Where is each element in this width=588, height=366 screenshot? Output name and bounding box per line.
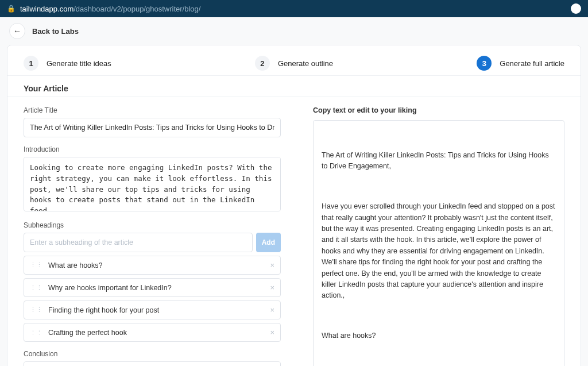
- section-title: Your Article: [7, 76, 581, 97]
- drag-handle-icon[interactable]: ⋮⋮: [30, 261, 42, 269]
- step-2-number: 2: [255, 56, 270, 71]
- article-title-label: Article Title: [24, 106, 281, 114]
- step-3-label: Generate full article: [500, 59, 564, 68]
- back-label[interactable]: Back to Labs: [32, 27, 79, 36]
- preview-paragraph: The Art of Writing Killer LinkedIn Posts…: [322, 150, 556, 172]
- close-icon[interactable]: ×: [270, 306, 274, 314]
- preview-column: Copy text or edit to your liking The Art…: [313, 106, 564, 366]
- back-row: ← Back to Labs: [0, 17, 588, 45]
- wizard-steps: 1 Generate title ideas 2 Generate outlin…: [7, 45, 581, 76]
- browser-url-bar: 🔒 tailwindapp.com/dashboard/v2/popup/gho…: [0, 0, 588, 17]
- drag-handle-icon[interactable]: ⋮⋮: [30, 284, 42, 291]
- form-column: Article Title Introduction Looking to cr…: [24, 106, 281, 366]
- subheadings-label: Subheadings: [24, 221, 281, 229]
- main-card: 1 Generate title ideas 2 Generate outlin…: [7, 45, 581, 366]
- subheading-text: Finding the right hook for your post: [48, 306, 270, 314]
- conclusion-textarea[interactable]: By using hooks in your LinkedIn posts, y…: [24, 361, 281, 366]
- introduction-textarea[interactable]: Looking to create more engaging LinkedIn…: [24, 157, 281, 211]
- subheading-item[interactable]: ⋮⋮ Crafting the perfect hook ×: [24, 323, 281, 342]
- lock-icon: 🔒: [7, 5, 16, 13]
- subheading-text: Why are hooks important for LinkedIn?: [48, 284, 270, 292]
- arrow-left-icon: ←: [13, 26, 21, 36]
- step-2[interactable]: 2 Generate outline: [255, 56, 333, 71]
- close-icon[interactable]: ×: [270, 283, 274, 292]
- step-2-label: Generate outline: [278, 59, 333, 68]
- close-icon[interactable]: ×: [270, 328, 274, 337]
- preview-textarea[interactable]: The Art of Writing Killer LinkedIn Posts…: [313, 120, 564, 366]
- subheading-text: What are hooks?: [48, 261, 270, 269]
- url-path: /dashboard/v2/popup/ghostwriter/blog/: [74, 5, 200, 13]
- step-1-label: Generate title ideas: [47, 59, 111, 68]
- step-3[interactable]: 3 Generate full article: [477, 56, 564, 71]
- back-button[interactable]: ←: [9, 23, 25, 39]
- step-3-number: 3: [477, 56, 492, 71]
- url-text[interactable]: tailwindapp.com/dashboard/v2/popup/ghost…: [20, 5, 566, 13]
- preview-paragraph: What are hooks?: [322, 330, 556, 341]
- article-title-input[interactable]: [24, 118, 281, 137]
- step-1[interactable]: 1 Generate title ideas: [24, 56, 111, 71]
- subheading-input[interactable]: [24, 233, 253, 252]
- introduction-label: Introduction: [24, 145, 281, 153]
- drag-handle-icon[interactable]: ⋮⋮: [30, 329, 42, 336]
- preview-paragraph: Have you ever scrolled through your Link…: [322, 201, 556, 301]
- subheading-item[interactable]: ⋮⋮ What are hooks? ×: [24, 256, 281, 275]
- copy-edit-label: Copy text or edit to your liking: [313, 106, 564, 114]
- subheading-text: Crafting the perfect hook: [48, 329, 270, 337]
- close-icon[interactable]: ×: [270, 261, 274, 269]
- subheading-item[interactable]: ⋮⋮ Finding the right hook for your post …: [24, 300, 281, 319]
- url-domain: tailwindapp.com: [20, 5, 74, 13]
- conclusion-label: Conclusion: [24, 350, 281, 358]
- drag-handle-icon[interactable]: ⋮⋮: [30, 306, 42, 314]
- subheading-item[interactable]: ⋮⋮ Why are hooks important for LinkedIn?…: [24, 278, 281, 297]
- step-1-number: 1: [24, 56, 38, 71]
- profile-circle-icon[interactable]: [571, 3, 581, 14]
- add-subheading-button[interactable]: Add: [256, 233, 281, 252]
